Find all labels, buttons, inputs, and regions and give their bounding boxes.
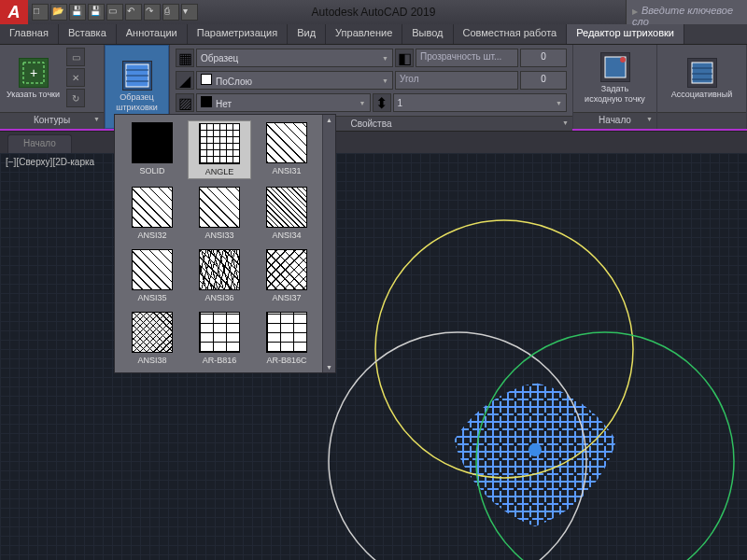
pattern-label: ANSI34 <box>272 231 301 240</box>
pick-points-label: Указать точки <box>7 90 60 100</box>
hatch-pattern-label: Образец штриховки <box>116 92 158 113</box>
ribbon: + Указать точки ▭ ✕ ↻ Контуры▼ Образец ш… <box>0 45 747 131</box>
ribbon-tab-6[interactable]: Вывод <box>402 24 453 44</box>
panel-options: Ассоциативный <box>657 45 747 129</box>
panel-boundaries-title[interactable]: Контуры▼ <box>0 112 104 129</box>
model-viewport[interactable]: [−][Сверху][2D-карка <box>0 153 747 560</box>
ribbon-tab-5[interactable]: Управление <box>326 24 402 44</box>
qat-open-icon[interactable]: 📂 <box>50 4 67 21</box>
hatch-pattern-icon <box>122 61 152 91</box>
ribbon-tab-7[interactable]: Совместная работа <box>454 24 568 44</box>
ribbon-tab-3[interactable]: Параметризация <box>188 24 288 44</box>
pattern-preview-icon <box>199 249 240 290</box>
transparency-label[interactable]: Прозрачность шт... <box>416 49 518 67</box>
pattern-label: ANSI35 <box>137 293 166 302</box>
pattern-label: ANSI38 <box>137 356 166 365</box>
remove-boundary-icon[interactable]: ✕ <box>66 68 85 87</box>
pattern-preview-icon <box>266 249 307 290</box>
svg-rect-5 <box>692 63 712 83</box>
pick-points-button[interactable]: + Указать точки <box>3 48 63 109</box>
scale-icon[interactable]: ⬍ <box>373 93 391 112</box>
ribbon-tab-4[interactable]: Вид <box>288 24 326 44</box>
pattern-swatch-ar-b816c[interactable]: AR-B816C <box>257 312 317 365</box>
ribbon-tab-2[interactable]: Аннотации <box>117 24 188 44</box>
qat-undo-icon[interactable]: ↶ <box>125 4 142 21</box>
pattern-label: ANGLE <box>205 167 234 176</box>
pattern-preview-icon <box>199 187 240 228</box>
pattern-preview-icon <box>199 123 240 164</box>
ribbon-tab-1[interactable]: Вставка <box>59 24 117 44</box>
pattern-swatch-ansi35[interactable]: ANSI35 <box>122 249 182 302</box>
pattern-label: ANSI33 <box>204 231 233 240</box>
transparency-value[interactable]: 0 <box>520 49 567 67</box>
hatch-color-icon[interactable]: ◢ <box>176 71 194 90</box>
palette-scrollbar[interactable] <box>322 115 335 372</box>
pattern-preview-icon <box>132 249 173 290</box>
pattern-swatch-ansi38[interactable]: ANSI38 <box>122 312 182 365</box>
pattern-swatch-ansi32[interactable]: ANSI32 <box>122 187 182 240</box>
qat-save-icon[interactable]: 💾 <box>69 4 86 21</box>
qat-saveas-icon[interactable]: 💾 <box>88 4 105 21</box>
svg-text:+: + <box>29 65 36 80</box>
pattern-swatch-solid[interactable]: SOLID <box>122 122 182 177</box>
pattern-swatch-ansi33[interactable]: ANSI33 <box>190 187 249 240</box>
panel-origin: Задать исходную точку Начало▼ <box>573 45 657 129</box>
set-origin-button[interactable]: Задать исходную точку <box>576 48 654 109</box>
pattern-swatch-angle[interactable]: ANGLE <box>188 120 251 179</box>
title-bar: A □ 📂 💾 💾 ▭ ↶ ↷ ⎙ ▾ Autodesk AutoCAD 201… <box>0 0 747 24</box>
qat-plot-icon[interactable]: ▭ <box>106 4 123 21</box>
ribbon-tabs: ГлавнаяВставкаАннотацииПараметризацияВид… <box>0 24 747 45</box>
search-input[interactable]: Введите ключевое сло <box>626 0 747 24</box>
pattern-label: ANSI36 <box>204 293 233 302</box>
pattern-label: AR-B816C <box>266 356 306 365</box>
angle-label[interactable]: Угол <box>395 71 518 90</box>
qat-more-icon[interactable]: ▾ <box>181 4 198 21</box>
pattern-label: SOLID <box>139 166 164 175</box>
svg-point-4 <box>620 57 626 63</box>
qat-print-icon[interactable]: ⎙ <box>162 4 179 21</box>
hatch-type-icon[interactable]: ▦ <box>176 49 194 67</box>
bg-color-icon[interactable]: ▨ <box>176 93 194 112</box>
pattern-swatch-ansi37[interactable]: ANSI37 <box>257 249 317 302</box>
set-origin-label: Задать исходную точку <box>585 84 645 105</box>
pattern-preview-icon <box>132 187 173 228</box>
associative-button[interactable]: Ассоциативный <box>660 48 743 109</box>
select-objects-icon[interactable]: ▭ <box>66 48 85 66</box>
hatch-type-combo[interactable]: Образец▼ <box>196 49 393 67</box>
pattern-swatch-ansi31[interactable]: ANSI31 <box>257 122 317 177</box>
pattern-swatch-ansi34[interactable]: ANSI34 <box>257 187 317 240</box>
pattern-label: ANSI32 <box>137 231 166 240</box>
pattern-label: ANSI31 <box>272 166 301 175</box>
ribbon-tab-0[interactable]: Главная <box>0 24 59 44</box>
pattern-preview-icon <box>132 122 173 163</box>
document-tab-start[interactable]: Начало <box>7 134 72 153</box>
associative-label: Ассоциативный <box>671 90 733 100</box>
ribbon-tab-8[interactable]: Редактор штриховки <box>567 24 684 44</box>
recreate-boundary-icon[interactable]: ↻ <box>66 89 85 107</box>
bg-color-combo[interactable]: Нет▼ <box>196 93 371 112</box>
hatch-pattern-palette: SOLIDANGLEANSI31ANSI32ANSI33ANSI34ANSI35… <box>114 114 336 373</box>
scale-combo[interactable]: 1▼ <box>393 93 568 112</box>
angle-value[interactable]: 0 <box>520 71 567 90</box>
app-menu-button[interactable]: A <box>0 0 28 24</box>
pick-points-icon: + <box>19 58 49 88</box>
pattern-preview-icon <box>199 312 240 353</box>
pattern-swatch-ar-b816[interactable]: AR-B816 <box>190 312 249 365</box>
transparency-icon[interactable]: ◧ <box>395 49 414 67</box>
panel-options-title <box>657 112 746 129</box>
pattern-swatch-ansi36[interactable]: ANSI36 <box>190 249 249 302</box>
qat-new-icon[interactable]: □ <box>32 4 49 21</box>
drawing-canvas <box>0 153 747 560</box>
document-tabs: Начало <box>0 131 747 153</box>
associative-icon <box>687 58 717 88</box>
center-grip[interactable] <box>529 443 542 456</box>
qat-redo-icon[interactable]: ↷ <box>144 4 161 21</box>
hatch-color-combo[interactable]: ПоСлою▼ <box>196 71 393 90</box>
panel-boundaries: + Указать точки ▭ ✕ ↻ Контуры▼ <box>0 45 105 129</box>
pattern-preview-icon <box>266 312 307 353</box>
pattern-preview-icon <box>266 187 307 228</box>
pattern-preview-icon <box>266 122 307 163</box>
pattern-preview-icon <box>132 312 173 353</box>
quick-access-toolbar: □ 📂 💾 💾 ▭ ↶ ↷ ⎙ ▾ <box>32 4 198 21</box>
panel-origin-title[interactable]: Начало▼ <box>573 112 656 129</box>
